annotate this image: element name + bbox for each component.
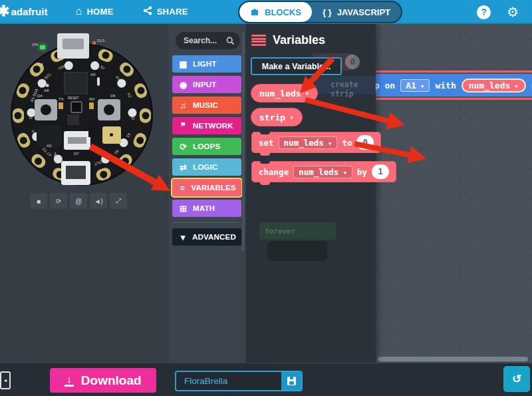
board-label-d8: D8 <box>38 63 43 67</box>
category-label: LOOPS <box>193 142 220 150</box>
make-variable-button[interactable]: Make a Variable... <box>251 57 342 75</box>
save-button[interactable] <box>281 372 301 390</box>
download-button[interactable]: ↓ Download <box>50 368 156 393</box>
simulator-panel: 3.3VA3A2GNDA1A0VOUTGNDA7 TXA6 RX3.3VA5 S… <box>0 24 168 363</box>
save-icon <box>287 377 296 385</box>
board-label-on: ON <box>32 43 38 47</box>
board-label-d13: D13 <box>97 39 104 43</box>
chat-icon: ❞ <box>178 121 189 131</box>
category-label: LIGHT <box>193 60 217 68</box>
set-var-dropdown[interactable]: num_leds <box>279 136 338 149</box>
category-variables[interactable]: ≡VARIABLES <box>172 179 241 196</box>
variable-pill-strip[interactable]: strip <box>251 108 303 126</box>
undo-button[interactable]: ↺ <box>503 366 530 392</box>
project-name-input[interactable] <box>176 372 281 390</box>
category-label: LOGIC <box>193 163 217 171</box>
usb-connector <box>57 33 89 59</box>
input-icon: ◉ <box>178 80 189 90</box>
settings-button[interactable]: ⚙ <box>507 4 519 20</box>
rx-led <box>89 102 94 109</box>
category-math[interactable]: ⊞MATH <box>172 200 241 217</box>
ghost-forever-block: forever <box>259 222 336 240</box>
category-music[interactable]: ♫MUSIC <box>172 97 241 114</box>
project-name-field <box>175 371 303 391</box>
reset-button[interactable] <box>70 101 82 113</box>
editor-mode-tabs: BLOCKS { } JAVASCRIPT <box>238 1 402 23</box>
top-bar: ✱ adafruit ⌂ HOME SHARE BLOCKS { } JAVAS… <box>0 0 532 24</box>
category-label: NETWORK <box>193 122 233 130</box>
eye-icon: ◉ <box>45 83 49 87</box>
tx-led <box>59 102 63 109</box>
home-icon: ⌂ <box>75 6 82 17</box>
simulator-controls: ■⟳@◄)⤢ <box>30 193 127 209</box>
category-light[interactable]: ▦LIGHT <box>172 55 241 73</box>
accelerometer <box>67 114 79 125</box>
gear-icon: ⚙ <box>507 5 519 19</box>
chevron-down-icon: ▾ <box>178 232 188 242</box>
search-input[interactable] <box>184 36 226 45</box>
category-label: MATH <box>193 204 215 212</box>
category-label: MUSIC <box>193 101 218 109</box>
category-input[interactable]: ◉INPUT <box>172 76 241 93</box>
question-icon: ? <box>481 7 487 17</box>
download-icon: ↓ <box>65 374 74 387</box>
slide-switch[interactable] <box>64 131 90 150</box>
ghost-forever-body <box>267 241 327 261</box>
set-variable-block[interactable]: set num_leds to 0 <box>251 132 381 153</box>
restart-button[interactable]: ⟳ <box>50 193 67 209</box>
board-label-d7: D7 <box>74 152 79 156</box>
help-button[interactable]: ? <box>477 5 491 19</box>
category-advanced[interactable]: ▾ADVANCED <box>172 228 241 246</box>
tab-blocks[interactable]: BLOCKS <box>239 2 312 22</box>
button-a[interactable] <box>35 99 57 120</box>
slowmo-button[interactable]: @ <box>70 193 87 209</box>
undo-icon: ↺ <box>512 372 521 386</box>
toolbox: ▦LIGHT◉INPUT♫MUSIC❞NETWORK⟳LOOPS⇄LOGIC≡V… <box>168 24 246 363</box>
pin-dropdown[interactable]: A1 <box>400 79 430 92</box>
variables-icon <box>251 35 266 46</box>
share-icon <box>143 6 152 17</box>
home-button[interactable]: ⌂ HOME <box>66 0 122 23</box>
board-label-reset: RESET <box>68 97 79 100</box>
toolbox-scrollbar[interactable] <box>242 32 245 252</box>
change-variable-block[interactable]: change num_leds by 1 <box>251 161 396 182</box>
category-network[interactable]: ❞NETWORK <box>172 117 241 134</box>
category-loops[interactable]: ⟳LOOPS <box>172 138 241 155</box>
adafruit-logo[interactable]: ✱ adafruit <box>0 3 47 20</box>
button-b[interactable] <box>98 99 120 120</box>
variable-pill-num_leds[interactable]: num_leds <box>251 84 318 102</box>
temperature-sensor <box>102 126 121 144</box>
collapse-icon: ◂ <box>4 377 7 383</box>
board-label-tx: TX <box>59 97 64 101</box>
toolbox-search[interactable] <box>176 32 240 49</box>
num-leds-variable-pill[interactable]: num_leds <box>462 79 526 93</box>
variables-flyout: 0 create strip forever Variables Make a … <box>246 24 376 363</box>
board-label-a0: A0 <box>47 144 51 148</box>
loop-icon: ⟳ <box>178 142 189 152</box>
horizontal-scrollbar[interactable] <box>378 357 528 361</box>
main-chip <box>64 72 88 95</box>
board-label-d4: D4 <box>37 94 43 98</box>
collapse-simulator-button[interactable]: ◂ <box>0 371 11 389</box>
create-strip-block[interactable]: ip on A1 with num_leds pixels <box>362 74 532 97</box>
bottom-bar: ◂ ↓ Download ↺ <box>0 363 532 396</box>
change-value-input[interactable]: 1 <box>372 164 389 179</box>
mute-button[interactable]: ◄) <box>90 193 107 209</box>
set-value-input[interactable]: 0 <box>356 135 374 150</box>
category-label: INPUT <box>193 81 217 89</box>
change-var-dropdown[interactable]: num_leds <box>293 166 352 178</box>
stop-button[interactable]: ■ <box>30 193 47 209</box>
shuffle-icon: ⇄ <box>178 162 189 172</box>
board-label-rx: RX <box>89 97 94 101</box>
category-logic[interactable]: ⇄LOGIC <box>172 158 241 176</box>
share-button[interactable]: SHARE <box>134 0 198 23</box>
fullscreen-button[interactable]: ⤢ <box>110 193 127 209</box>
flyout-title: Variables <box>273 33 325 47</box>
block-text-with: with <box>435 81 456 91</box>
search-icon <box>226 37 235 45</box>
create-strip-block-selection: ip on A1 with num_leds pixels <box>359 71 532 100</box>
tab-javascript[interactable]: { } JAVASCRIPT <box>312 2 401 22</box>
music-icon: ♫ <box>178 100 189 110</box>
curly-braces-icon: { } <box>323 7 332 17</box>
category-label: VARIABLES <box>192 184 236 192</box>
